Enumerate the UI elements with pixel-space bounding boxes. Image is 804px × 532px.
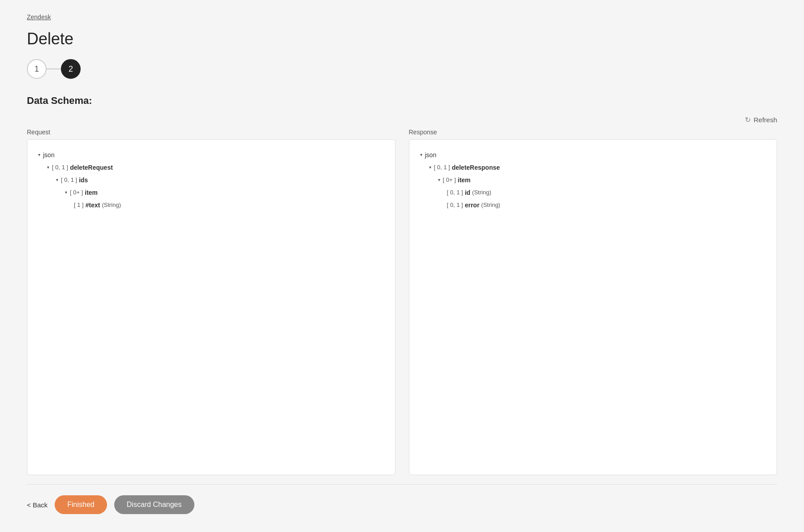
request-panel-label: Request — [27, 129, 396, 136]
tree-row: [ 0, 1 ] id (String) — [420, 186, 766, 199]
request-tree: ▾ json ▾ [ 0, 1 ] deleteRequest ▾ [ — [38, 149, 384, 211]
breadcrumb-link[interactable]: Zendesk — [27, 13, 777, 21]
tree-row: [ 0, 1 ] error (String) — [420, 199, 766, 211]
discard-changes-button[interactable]: Discard Changes — [114, 495, 194, 514]
step-1: 1 — [27, 59, 47, 79]
field-name: #text — [86, 199, 100, 211]
request-panel-section: Request ▾ json ▾ [ 0, 1 ] deleteRequest — [27, 129, 396, 475]
field-name: deleteRequest — [70, 161, 113, 174]
field-name: ids — [79, 174, 88, 186]
tree-row: ▾ [ 0+ ] item — [38, 186, 384, 199]
step-2: 2 — [61, 59, 81, 79]
chevron-icon: ▾ — [429, 163, 431, 172]
schema-area: Data Schema: ↻ Refresh Request ▾ json — [27, 95, 777, 475]
field-name: item — [85, 186, 98, 199]
field-bracket: [ 0, 1 ] — [61, 174, 77, 186]
page-title: Delete — [27, 30, 777, 48]
page-wrapper: Zendesk Delete 1 2 Data Schema: ↻ Refres… — [0, 0, 804, 532]
field-type: (String) — [472, 187, 491, 198]
response-panel-section: Response ▾ json ▾ [ 0, 1 ] deleteRespons… — [409, 129, 778, 475]
field-bracket: [ 0+ ] — [443, 174, 456, 186]
field-bracket: [ 1 ] — [74, 199, 84, 211]
field-bracket: [ 0+ ] — [70, 187, 83, 198]
tree-row: [ 1 ] #text (String) — [38, 199, 384, 211]
refresh-button[interactable]: ↻ Refresh — [745, 116, 777, 124]
request-panel-box: ▾ json ▾ [ 0, 1 ] deleteRequest ▾ [ — [27, 139, 396, 475]
footer-bar: < Back Finished Discard Changes — [27, 484, 777, 514]
response-tree: ▾ json ▾ [ 0, 1 ] deleteResponse ▾ [ — [420, 149, 766, 211]
tree-row: ▾ [ 0, 1 ] deleteRequest — [38, 161, 384, 174]
panels-row: Request ▾ json ▾ [ 0, 1 ] deleteRequest — [27, 129, 777, 475]
stepper: 1 2 — [27, 59, 777, 79]
field-name: json — [425, 149, 437, 161]
chevron-icon: ▾ — [65, 188, 67, 197]
field-name: deleteResponse — [452, 161, 500, 174]
field-bracket: [ 0, 1 ] — [52, 162, 68, 173]
refresh-icon: ↻ — [745, 116, 751, 124]
field-type: (String) — [481, 199, 500, 211]
refresh-row: ↻ Refresh — [27, 116, 777, 124]
tree-row: ▾ [ 0, 1 ] deleteResponse — [420, 161, 766, 174]
tree-row: ▾ [ 0+ ] item — [420, 174, 766, 186]
tree-row: ▾ json — [420, 149, 766, 161]
chevron-icon: ▾ — [56, 176, 58, 184]
chevron-icon: ▾ — [47, 163, 49, 172]
tree-row: ▾ json — [38, 149, 384, 161]
finished-button[interactable]: Finished — [55, 495, 107, 514]
field-bracket: [ 0, 1 ] — [447, 199, 463, 211]
field-name: item — [458, 174, 471, 186]
tree-row: ▾ [ 0, 1 ] ids — [38, 174, 384, 186]
field-name: error — [465, 199, 480, 211]
field-bracket: [ 0, 1 ] — [447, 187, 463, 198]
field-name: json — [43, 149, 55, 161]
response-panel-label: Response — [409, 129, 778, 136]
back-button[interactable]: < Back — [27, 501, 47, 509]
chevron-icon: ▾ — [38, 150, 40, 159]
field-type: (String) — [102, 199, 121, 211]
field-name: id — [465, 186, 470, 199]
field-bracket: [ 0, 1 ] — [434, 162, 450, 173]
chevron-icon: ▾ — [420, 150, 422, 159]
section-title: Data Schema: — [27, 95, 777, 107]
chevron-icon: ▾ — [438, 176, 440, 184]
response-panel-box: ▾ json ▾ [ 0, 1 ] deleteResponse ▾ [ — [409, 139, 778, 475]
step-connector — [47, 69, 61, 69]
